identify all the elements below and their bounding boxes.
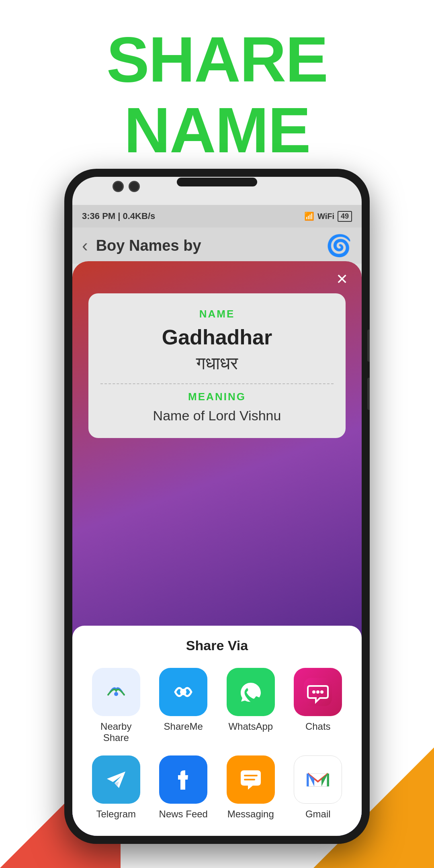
- chats-svg: [304, 678, 332, 706]
- shareme-svg: [169, 678, 197, 706]
- telegram-label: Telegram: [96, 809, 136, 820]
- gmail-icon: [294, 755, 342, 804]
- camera-right: [129, 181, 140, 192]
- share-app-whatsapp[interactable]: WhatsApp: [219, 668, 283, 743]
- phone-frame: 3:36 PM | 0.4KB/s 📶 WiFi 49 ‹ Boy Names …: [64, 169, 370, 844]
- whatsapp-label: WhatsApp: [228, 721, 273, 732]
- name-detail-card: NAME Gadhadhar गधाधर MEANING Name of Lor…: [88, 293, 346, 438]
- notch-bar: [177, 178, 257, 186]
- name-label: NAME: [100, 308, 334, 320]
- whatsapp-icon: [227, 668, 275, 716]
- status-icons: 📶 WiFi 49: [304, 211, 352, 222]
- volume-button: [367, 378, 370, 410]
- gmail-label: Gmail: [305, 809, 331, 820]
- svg-point-1: [114, 692, 118, 696]
- share-app-shareme[interactable]: ShareMe: [152, 668, 215, 743]
- name-hindi: गधाधर: [100, 353, 334, 374]
- share-app-chats[interactable]: Chats: [287, 668, 350, 743]
- phone-inner: 3:36 PM | 0.4KB/s 📶 WiFi 49 ‹ Boy Names …: [72, 177, 362, 836]
- nearby-share-icon: [92, 668, 140, 716]
- newsfeed-svg: [169, 766, 197, 794]
- divider: [100, 383, 334, 384]
- share-app-newsfeed[interactable]: News Feed: [152, 755, 215, 820]
- chats-label: Chats: [305, 721, 331, 732]
- meaning-text: Name of Lord Vishnu: [100, 408, 334, 424]
- share-app-telegram[interactable]: Telegram: [84, 755, 148, 820]
- share-sheet: Share Via NearbyShare: [72, 626, 362, 836]
- newsfeed-label: News Feed: [159, 809, 208, 820]
- nearby-share-label: NearbyShare: [100, 721, 131, 743]
- header-line2: NAME: [0, 95, 434, 166]
- share-via-title: Share Via: [84, 638, 350, 653]
- gmail-svg: [304, 766, 332, 794]
- telegram-icon: [92, 755, 140, 804]
- status-bar: 3:36 PM | 0.4KB/s 📶 WiFi 49: [72, 205, 362, 227]
- share-app-gmail[interactable]: Gmail: [287, 755, 350, 820]
- header-title-block: SHARE NAME: [0, 0, 434, 166]
- meaning-label: MEANING: [100, 391, 334, 403]
- svg-point-3: [180, 689, 186, 695]
- share-app-messaging[interactable]: Messaging: [219, 755, 283, 820]
- messaging-svg: [237, 766, 265, 794]
- chats-icon: [294, 668, 342, 716]
- name-english: Gadhadhar: [100, 325, 334, 349]
- whatsapp-svg: [237, 678, 265, 706]
- svg-point-8: [320, 690, 323, 694]
- messaging-label: Messaging: [227, 809, 274, 820]
- shareme-label: ShareMe: [164, 721, 203, 732]
- app-logo: 🌀: [326, 233, 352, 258]
- signal-icon: 📶: [304, 211, 314, 221]
- app-bar-title: Boy Names by: [96, 237, 318, 254]
- nearby-share-svg: [102, 678, 130, 706]
- app-bar: ‹ Boy Names by 🌀: [72, 227, 362, 264]
- power-button: [367, 330, 370, 362]
- share-app-nearby-share[interactable]: NearbyShare: [84, 668, 148, 743]
- shareme-icon: [159, 668, 207, 716]
- telegram-svg: [102, 766, 130, 794]
- close-button[interactable]: ✕: [332, 269, 352, 289]
- share-apps-grid: NearbyShare ShareMe: [84, 668, 350, 820]
- newsfeed-icon: [159, 755, 207, 804]
- camera-left: [113, 181, 124, 192]
- wifi-icon: WiFi: [317, 212, 334, 221]
- messaging-icon: [227, 755, 275, 804]
- battery-icon: 49: [338, 211, 352, 222]
- svg-point-6: [312, 690, 315, 694]
- screen: 3:36 PM | 0.4KB/s 📶 WiFi 49 ‹ Boy Names …: [72, 205, 362, 836]
- header-line1: SHARE: [0, 24, 434, 95]
- svg-point-7: [316, 690, 319, 694]
